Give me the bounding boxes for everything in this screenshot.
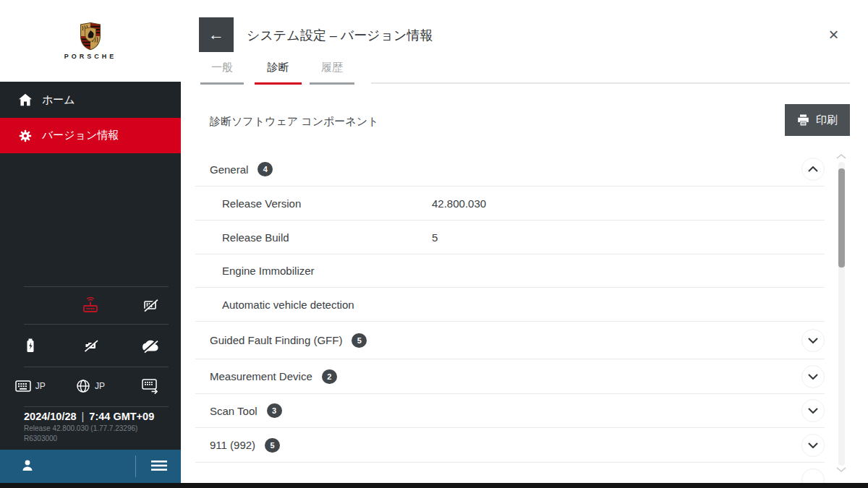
count-badge: 2	[322, 369, 337, 384]
item-row-release-version: Release Version 42.800.030	[195, 187, 825, 221]
back-button[interactable]: ←	[199, 17, 234, 52]
tab-bar-rule	[371, 82, 850, 84]
chevron-up-icon	[808, 166, 818, 172]
brand-wordmark: PORSCHE	[64, 53, 117, 60]
status-row-3: JP JP	[0, 368, 181, 404]
section-row-scan-tool[interactable]: Scan Tool 3	[195, 394, 825, 428]
menu-icon	[151, 460, 167, 471]
section-row-gff[interactable]: Guided Fault Finding (GFF) 5	[195, 322, 825, 359]
print-button-label: 印刷	[816, 114, 838, 127]
release-version-text: Release 42.800.030 (1.77.7.23296)	[24, 424, 137, 432]
tab-history[interactable]: 履歴	[310, 61, 354, 85]
external-keyboard-icon	[142, 379, 159, 394]
close-icon: ×	[828, 25, 838, 44]
count-badge: 4	[258, 162, 273, 176]
item-label: Release Version	[222, 197, 301, 210]
item-value: 42.800.030	[432, 197, 486, 210]
count-badge: 3	[267, 403, 282, 418]
brand-logo-area: PORSCHE	[0, 0, 181, 82]
vci-wifi-icon	[81, 296, 100, 314]
section-row-general[interactable]: General 4	[195, 153, 825, 187]
count-badge: 5	[265, 438, 280, 453]
collapse-section-button[interactable]	[801, 158, 825, 181]
sidebar-footer-bar	[0, 450, 181, 483]
keyboard-lang-label: JP	[35, 381, 46, 391]
section-row-911-992[interactable]: 911 (992) 5	[195, 428, 825, 463]
status-row-1	[0, 288, 181, 322]
gear-icon	[18, 129, 33, 143]
menu-button[interactable]	[149, 459, 169, 474]
item-row-engine-immobilizer: Engine Immobilizer	[195, 254, 825, 288]
section-row-measurement-device[interactable]: Measurement Device 2	[195, 359, 825, 394]
porsche-crest-icon	[78, 22, 103, 51]
sidebar-divider	[24, 367, 169, 367]
cloud-off-icon	[141, 337, 160, 354]
print-icon	[797, 114, 809, 126]
sidebar-item-home[interactable]: ホーム	[0, 82, 181, 118]
tab-general[interactable]: 一般	[200, 61, 244, 85]
status-row-2	[0, 327, 181, 364]
user-button[interactable]	[17, 458, 38, 475]
date-text: 2024/10/28	[24, 411, 77, 422]
item-label: Engine Immobilizer	[222, 265, 315, 277]
section-label: Scan Tool	[210, 405, 258, 417]
scrollbar-thumb[interactable]	[838, 168, 845, 267]
section-label: General	[210, 163, 248, 176]
build-number-text: R6303000	[24, 435, 57, 442]
section-label: Guided Fault Finding (GFF)	[210, 334, 342, 346]
globe-icon	[76, 379, 90, 393]
user-icon	[20, 458, 35, 473]
item-row-release-build: Release Build 5	[195, 221, 825, 254]
expand-section-button[interactable]	[801, 365, 825, 388]
time-text: 7:44 GMT+09	[89, 411, 154, 422]
chevron-down-icon	[808, 338, 818, 343]
close-button[interactable]: ×	[824, 25, 843, 44]
back-icon: ←	[208, 25, 224, 44]
battery-charging-icon	[22, 337, 39, 354]
chevron-down-icon	[808, 374, 818, 380]
measurement-module-off-icon	[142, 296, 159, 314]
device-off-icon	[82, 337, 99, 354]
chevron-down-icon	[808, 442, 818, 448]
page-title: システム設定 – バージョン情報	[247, 27, 433, 44]
section-label: 911 (992)	[210, 439, 255, 451]
sidebar-divider	[24, 324, 169, 325]
tab-diagnostics[interactable]: 診断	[255, 61, 302, 85]
sidebar-item-label: バージョン情報	[42, 129, 119, 142]
sidebar-divider	[24, 406, 169, 407]
expand-section-button[interactable]	[801, 329, 825, 352]
scroll-down-icon[interactable]	[835, 466, 847, 473]
item-value: 5	[432, 231, 438, 244]
scroll-up-icon[interactable]	[835, 153, 847, 160]
count-badge: 5	[352, 333, 367, 348]
datetime-text: 2024/10/28|7:44 GMT+09	[24, 411, 154, 422]
content-heading: 診断ソフトウェア コンポーネント	[210, 115, 378, 129]
chevron-down-icon	[808, 408, 818, 414]
section-label: Measurement Device	[210, 370, 312, 382]
expand-section-button[interactable]	[801, 399, 825, 422]
expand-section-button[interactable]	[801, 434, 825, 457]
datetime-separator: |	[82, 411, 85, 422]
screen-bottom-edge	[0, 483, 868, 488]
home-icon	[18, 93, 33, 106]
ui-lang-label: JP	[95, 381, 105, 391]
sidebar-divider	[24, 286, 169, 287]
keyboard-icon	[15, 380, 31, 392]
item-label: Automatic vehicle detection	[222, 299, 354, 311]
item-label: Release Build	[222, 231, 289, 244]
item-row-auto-vehicle-detection: Automatic vehicle detection	[195, 288, 825, 322]
print-button[interactable]: 印刷	[785, 104, 850, 136]
tab-bar: 一般 診断 履歴	[200, 61, 354, 85]
footer-divider	[135, 455, 136, 477]
sidebar-item-label: ホーム	[42, 93, 75, 107]
sidebar-item-version-info[interactable]: バージョン情報	[0, 118, 181, 153]
